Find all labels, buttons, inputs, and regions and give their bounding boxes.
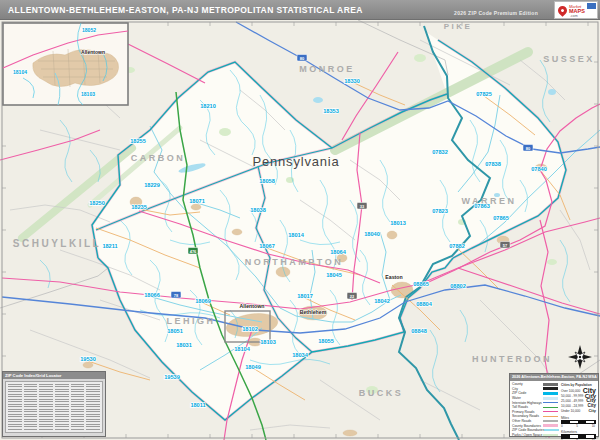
legend-item-swatch: [543, 407, 558, 408]
legend-item-label: Toll Roads: [512, 405, 528, 409]
svg-text:57: 57: [503, 243, 508, 248]
legend-items: CountyCityZIP CodeWaterInterstate Highwa…: [512, 382, 558, 440]
zip-label: 18066: [144, 292, 160, 298]
scale-tick: 5: [576, 424, 578, 428]
edition-label: 2026 ZIP Code Premium Edition: [454, 10, 538, 16]
svg-text:80: 80: [526, 146, 531, 151]
legend-item-swatch: [543, 397, 558, 400]
zip-index-title: ZIP Code Index/Grid Locator: [3, 372, 105, 379]
city-label: Bethlehem: [300, 309, 327, 315]
legend-item-swatch: [543, 402, 558, 403]
zip-label: 18250: [89, 200, 105, 206]
zip-label: 18103: [260, 339, 276, 345]
scale-tick: 10: [592, 424, 595, 428]
inset-city-label: Allentown: [81, 49, 105, 55]
zip-label: 18353: [323, 108, 339, 114]
population-range: 25,000 - 49,999: [561, 399, 583, 403]
zip-label: 18069: [195, 298, 211, 304]
legend-title: 2026 Allentown-Bethlehem-Easton, PA-NJ M…: [510, 374, 598, 381]
zip-label: 18330: [344, 78, 360, 84]
zip-index-column: [39, 384, 53, 430]
city-label: Easton: [385, 274, 402, 280]
population-range: 10,000 - 24,999: [561, 404, 583, 408]
scale-miles: Miles 0510: [561, 416, 596, 429]
zip-label: 18055: [318, 338, 334, 344]
zip-label: 18071: [189, 198, 205, 204]
city-label: Allentown: [240, 303, 265, 309]
map-poster: 808047678223357 SCHUYLKILLCARBONMONROEPI…: [0, 0, 600, 440]
zip-label: 18042: [374, 298, 390, 304]
zip-label: 18058: [259, 178, 275, 184]
legend-item: Parks / Open Space: [512, 433, 558, 438]
route-shield: 33: [357, 203, 367, 210]
state-label: Pennsylvania: [253, 154, 340, 169]
zip-label: 08802: [450, 283, 466, 289]
svg-text:33: 33: [360, 204, 365, 209]
route-shield: 78: [171, 292, 181, 299]
zip-label: 07825: [476, 91, 492, 97]
route-shield: 57: [500, 242, 510, 249]
county-label: PIKE: [444, 22, 473, 31]
zip-label: 19530: [80, 356, 96, 362]
zip-index-column: [86, 384, 100, 430]
zip-label: 18040: [364, 231, 380, 237]
zip-index-columns: [5, 381, 103, 433]
zip-label: 18014: [288, 232, 304, 238]
legend-item-swatch: [543, 420, 558, 421]
county-label: SUSSEX: [543, 54, 595, 64]
zip-label: 18013: [390, 220, 406, 226]
zip-label: 18049: [245, 364, 261, 370]
zip-label: 18104: [234, 346, 250, 352]
route-shield: 22: [347, 293, 357, 300]
zip-label: 18229: [144, 182, 160, 188]
zip-label: 18255: [130, 138, 146, 144]
zip-label: 07823: [432, 208, 448, 214]
scale-kilometers: Kilometers 0816: [561, 430, 596, 440]
county-label: HUNTERDON: [472, 354, 552, 364]
zip-index-column: [24, 384, 38, 430]
zip-label: 18031: [176, 342, 192, 348]
inset-map: 18052Allentown1810418103: [3, 23, 128, 105]
county-label: MONROE: [299, 64, 355, 74]
inset-zip-label: 18052: [82, 27, 96, 33]
legend-item-label: Parks / Open Space: [512, 433, 542, 437]
zip-label: 19539: [164, 374, 180, 380]
legend-item-swatch: [543, 387, 558, 390]
legend-item-swatch: [543, 434, 558, 436]
county-label: LEHIGH: [166, 316, 215, 326]
route-shield: 476: [188, 248, 198, 255]
legend-item-swatch: [543, 424, 558, 426]
zip-label: 07882: [449, 243, 465, 249]
legend-item-swatch: [544, 429, 559, 431]
zip-label: 08848: [411, 328, 427, 334]
svg-text:22: 22: [350, 294, 355, 299]
zip-label: 18210: [200, 103, 216, 109]
zip-label: 18102: [242, 326, 258, 332]
svg-text:78: 78: [174, 293, 179, 298]
legend-item-label: Secondary Roads: [512, 414, 539, 418]
zip-label: 18045: [326, 272, 342, 278]
zip-index-column: [8, 384, 22, 430]
logo-badge: [587, 3, 596, 9]
county-label: CARBON: [131, 153, 186, 163]
zip-label: 18034: [292, 352, 308, 358]
zip-label: 08865: [413, 281, 429, 287]
population-range: Under 10,000: [561, 409, 580, 413]
legend-item-label: County: [512, 382, 523, 386]
scale-tick: 0: [561, 424, 563, 428]
legend-item-swatch: [543, 392, 558, 395]
legend-item-label: Interstate Highways: [512, 401, 542, 405]
header-bar: ALLENTOWN-BETHLEHEM-EASTON, PA-NJ METROP…: [0, 0, 600, 20]
legend-item-swatch: [543, 411, 558, 412]
legend-item-label: Other Roads: [512, 419, 531, 423]
zip-label: 18051: [167, 328, 183, 334]
zip-index-column: [71, 384, 85, 430]
population-city-sample: City: [588, 409, 596, 413]
zip-label: 07863: [474, 203, 490, 209]
publisher-logo: Market MAPS .com: [554, 1, 598, 19]
legend-item-label: ZIP Code: [512, 391, 526, 395]
legend-item-label: Water: [512, 396, 521, 400]
zip-label: 07865: [493, 215, 509, 221]
legend-panel: 2026 Allentown-Bethlehem-Easton, PA-NJ M…: [509, 373, 599, 437]
zip-label: 18211: [102, 243, 117, 249]
